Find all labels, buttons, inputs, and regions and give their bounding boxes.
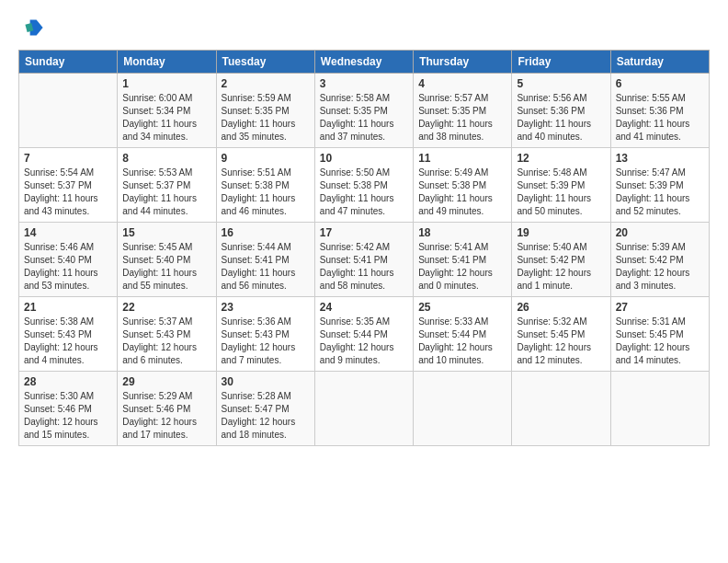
day-info: Sunrise: 5:39 AMSunset: 5:42 PMDaylight:… <box>616 241 704 293</box>
col-sunday: Sunday <box>19 51 118 74</box>
calendar-cell: 12 Sunrise: 5:48 AMSunset: 5:39 PMDaylig… <box>512 148 610 223</box>
day-info: Sunrise: 5:28 AMSunset: 5:47 PMDaylight:… <box>222 390 310 442</box>
day-number: 4 <box>418 77 506 90</box>
day-number: 30 <box>222 375 310 388</box>
day-number: 27 <box>616 301 704 314</box>
calendar-cell: 16 Sunrise: 5:44 AMSunset: 5:41 PMDaylig… <box>216 223 314 297</box>
calendar-table: Sunday Monday Tuesday Wednesday Thursday… <box>18 50 710 446</box>
col-friday: Friday <box>512 51 610 74</box>
day-info: Sunrise: 5:59 AMSunset: 5:35 PMDaylight:… <box>222 92 310 144</box>
col-monday: Monday <box>118 51 216 74</box>
day-number: 2 <box>222 77 310 90</box>
calendar-cell: 17 Sunrise: 5:42 AMSunset: 5:41 PMDaylig… <box>314 223 413 297</box>
col-tuesday: Tuesday <box>216 51 314 74</box>
day-number: 21 <box>24 301 112 314</box>
calendar-cell: 21 Sunrise: 5:38 AMSunset: 5:43 PMDaylig… <box>19 297 118 372</box>
day-info: Sunrise: 5:33 AMSunset: 5:44 PMDaylight:… <box>418 316 506 367</box>
day-number: 10 <box>320 152 408 165</box>
day-info: Sunrise: 5:41 AMSunset: 5:41 PMDaylight:… <box>418 241 506 293</box>
day-info: Sunrise: 5:42 AMSunset: 5:41 PMDaylight:… <box>320 241 408 293</box>
day-number: 13 <box>616 152 704 165</box>
day-number: 15 <box>122 226 210 239</box>
calendar-cell: 29 Sunrise: 5:29 AMSunset: 5:46 PMDaylig… <box>118 372 216 446</box>
day-number: 24 <box>320 301 408 314</box>
calendar-cell: 9 Sunrise: 5:51 AMSunset: 5:38 PMDayligh… <box>216 148 314 223</box>
calendar-body: 1 Sunrise: 6:00 AMSunset: 5:34 PMDayligh… <box>19 74 710 446</box>
day-number: 11 <box>418 152 506 165</box>
day-number: 12 <box>517 152 605 165</box>
day-info: Sunrise: 6:00 AMSunset: 5:34 PMDaylight:… <box>122 92 210 144</box>
col-thursday: Thursday <box>414 51 512 74</box>
calendar-cell: 7 Sunrise: 5:54 AMSunset: 5:37 PMDayligh… <box>19 148 118 223</box>
day-number: 8 <box>122 152 210 165</box>
page-header <box>18 15 710 40</box>
day-info: Sunrise: 5:30 AMSunset: 5:46 PMDaylight:… <box>24 390 112 442</box>
logo <box>18 15 48 40</box>
day-number: 19 <box>517 226 605 239</box>
calendar-cell: 6 Sunrise: 5:55 AMSunset: 5:36 PMDayligh… <box>610 74 709 148</box>
calendar-cell: 5 Sunrise: 5:56 AMSunset: 5:36 PMDayligh… <box>512 74 610 148</box>
day-number: 16 <box>222 226 310 239</box>
calendar-cell: 2 Sunrise: 5:59 AMSunset: 5:35 PMDayligh… <box>216 74 314 148</box>
calendar-cell: 3 Sunrise: 5:58 AMSunset: 5:35 PMDayligh… <box>314 74 413 148</box>
day-number: 3 <box>320 77 408 90</box>
calendar-cell: 24 Sunrise: 5:35 AMSunset: 5:44 PMDaylig… <box>314 297 413 372</box>
day-info: Sunrise: 5:35 AMSunset: 5:44 PMDaylight:… <box>320 316 408 367</box>
calendar-cell <box>512 372 610 446</box>
day-info: Sunrise: 5:55 AMSunset: 5:36 PMDaylight:… <box>616 92 704 144</box>
day-info: Sunrise: 5:49 AMSunset: 5:38 PMDaylight:… <box>418 167 506 218</box>
calendar-header: Sunday Monday Tuesday Wednesday Thursday… <box>19 51 710 74</box>
day-info: Sunrise: 5:44 AMSunset: 5:41 PMDaylight:… <box>222 241 310 293</box>
day-info: Sunrise: 5:50 AMSunset: 5:38 PMDaylight:… <box>320 167 408 218</box>
day-info: Sunrise: 5:29 AMSunset: 5:46 PMDaylight:… <box>122 390 210 442</box>
calendar-cell: 23 Sunrise: 5:36 AMSunset: 5:43 PMDaylig… <box>216 297 314 372</box>
day-info: Sunrise: 5:47 AMSunset: 5:39 PMDaylight:… <box>616 167 704 218</box>
calendar-cell: 18 Sunrise: 5:41 AMSunset: 5:41 PMDaylig… <box>414 223 512 297</box>
calendar-cell: 27 Sunrise: 5:31 AMSunset: 5:45 PMDaylig… <box>610 297 709 372</box>
calendar-cell: 10 Sunrise: 5:50 AMSunset: 5:38 PMDaylig… <box>314 148 413 223</box>
day-info: Sunrise: 5:51 AMSunset: 5:38 PMDaylight:… <box>222 167 310 218</box>
calendar-cell: 19 Sunrise: 5:40 AMSunset: 5:42 PMDaylig… <box>512 223 610 297</box>
calendar-cell: 4 Sunrise: 5:57 AMSunset: 5:35 PMDayligh… <box>414 74 512 148</box>
day-number: 20 <box>616 226 704 239</box>
calendar-cell: 1 Sunrise: 6:00 AMSunset: 5:34 PMDayligh… <box>118 74 216 148</box>
calendar-cell <box>414 372 512 446</box>
day-number: 7 <box>24 152 112 165</box>
day-info: Sunrise: 5:32 AMSunset: 5:45 PMDaylight:… <box>517 316 605 367</box>
day-number: 14 <box>24 226 112 239</box>
day-info: Sunrise: 5:58 AMSunset: 5:35 PMDaylight:… <box>320 92 408 144</box>
calendar-cell: 28 Sunrise: 5:30 AMSunset: 5:46 PMDaylig… <box>19 372 118 446</box>
calendar-cell: 20 Sunrise: 5:39 AMSunset: 5:42 PMDaylig… <box>610 223 709 297</box>
day-number: 23 <box>222 301 310 314</box>
day-number: 6 <box>616 77 704 90</box>
day-info: Sunrise: 5:53 AMSunset: 5:37 PMDaylight:… <box>122 167 210 218</box>
calendar-cell: 15 Sunrise: 5:45 AMSunset: 5:40 PMDaylig… <box>118 223 216 297</box>
day-number: 26 <box>517 301 605 314</box>
day-info: Sunrise: 5:56 AMSunset: 5:36 PMDaylight:… <box>517 92 605 144</box>
calendar-cell: 22 Sunrise: 5:37 AMSunset: 5:43 PMDaylig… <box>118 297 216 372</box>
calendar-cell <box>314 372 413 446</box>
calendar-cell: 30 Sunrise: 5:28 AMSunset: 5:47 PMDaylig… <box>216 372 314 446</box>
day-number: 1 <box>122 77 210 90</box>
day-number: 9 <box>222 152 310 165</box>
day-info: Sunrise: 5:54 AMSunset: 5:37 PMDaylight:… <box>24 167 112 218</box>
day-number: 25 <box>418 301 506 314</box>
day-info: Sunrise: 5:37 AMSunset: 5:43 PMDaylight:… <box>122 316 210 367</box>
day-number: 28 <box>24 375 112 388</box>
day-number: 5 <box>517 77 605 90</box>
day-number: 17 <box>320 226 408 239</box>
col-wednesday: Wednesday <box>314 51 413 74</box>
day-number: 18 <box>418 226 506 239</box>
day-info: Sunrise: 5:40 AMSunset: 5:42 PMDaylight:… <box>517 241 605 293</box>
day-info: Sunrise: 5:38 AMSunset: 5:43 PMDaylight:… <box>24 316 112 367</box>
calendar-cell: 26 Sunrise: 5:32 AMSunset: 5:45 PMDaylig… <box>512 297 610 372</box>
calendar-cell: 11 Sunrise: 5:49 AMSunset: 5:38 PMDaylig… <box>414 148 512 223</box>
calendar-cell: 25 Sunrise: 5:33 AMSunset: 5:44 PMDaylig… <box>414 297 512 372</box>
col-saturday: Saturday <box>610 51 709 74</box>
calendar-cell <box>19 74 118 148</box>
calendar-cell: 8 Sunrise: 5:53 AMSunset: 5:37 PMDayligh… <box>118 148 216 223</box>
logo-icon <box>18 15 44 40</box>
day-info: Sunrise: 5:46 AMSunset: 5:40 PMDaylight:… <box>24 241 112 293</box>
calendar-cell: 13 Sunrise: 5:47 AMSunset: 5:39 PMDaylig… <box>610 148 709 223</box>
day-info: Sunrise: 5:48 AMSunset: 5:39 PMDaylight:… <box>517 167 605 218</box>
